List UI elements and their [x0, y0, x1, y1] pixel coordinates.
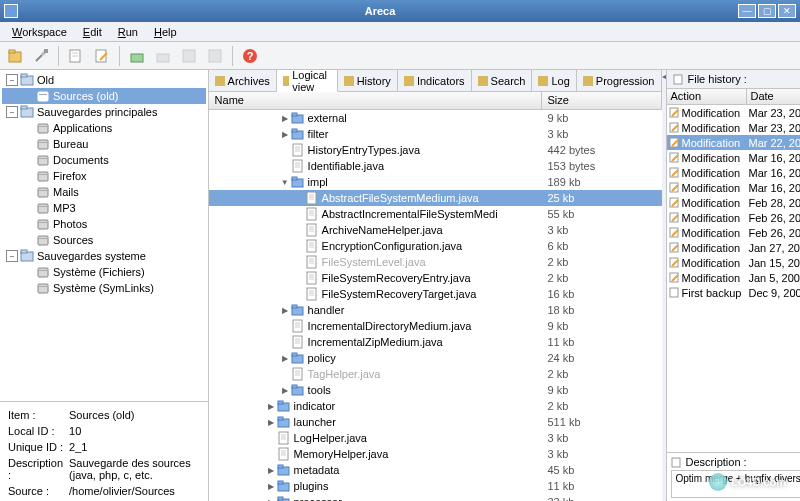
simulate-icon[interactable] [126, 45, 148, 67]
minimize-button[interactable]: — [738, 4, 756, 18]
backup-icon[interactable] [152, 45, 174, 67]
history-row[interactable]: First backupDec 9, 2007 12:21 PM [667, 285, 801, 300]
close-button[interactable]: ✕ [778, 4, 796, 18]
history-row[interactable]: ModificationMar 23, 2008 1:20 PM [667, 120, 801, 135]
file-row[interactable]: ▶filter3 kb [209, 126, 662, 142]
edit-target-icon[interactable] [91, 45, 113, 67]
tab-history[interactable]: History [338, 70, 398, 91]
tree-node[interactable]: Mails [2, 184, 206, 200]
file-row[interactable]: ▶tools9 kb [209, 382, 662, 398]
file-row[interactable]: ▶plugins11 kb [209, 478, 662, 494]
svg-rect-29 [39, 174, 47, 175]
menu-run[interactable]: Run [110, 23, 146, 41]
col-date[interactable]: Date [747, 89, 801, 104]
file-row[interactable]: ▼impl189 kb [209, 174, 662, 190]
file-name: FileSystemLevel.java [322, 256, 426, 268]
history-row[interactable]: ModificationJan 5, 2008 1:24 AM [667, 270, 801, 285]
file-row[interactable]: ▶indicator2 kb [209, 398, 662, 414]
tab-logical-view[interactable]: Logical view [277, 70, 338, 92]
history-row[interactable]: ModificationMar 16, 2008 8:49 PM [667, 165, 801, 180]
history-row[interactable]: ModificationMar 22, 2008 12:48 AM [667, 135, 801, 150]
file-row[interactable]: LogHelper.java3 kb [209, 430, 662, 446]
history-row[interactable]: ModificationJan 27, 2008 8:23 PM [667, 240, 801, 255]
expand-icon[interactable]: ▶ [279, 306, 291, 315]
file-row[interactable]: ▶launcher511 kb [209, 414, 662, 430]
expand-icon[interactable]: ▶ [279, 354, 291, 363]
tree-node[interactable]: Système (SymLinks) [2, 280, 206, 296]
preferences-icon[interactable] [30, 45, 52, 67]
tree-node[interactable]: Firefox [2, 168, 206, 184]
history-row[interactable]: ModificationMar 23, 2008 9:40 PM [667, 105, 801, 120]
file-row[interactable]: FileSystemRecoveryEntry.java2 kb [209, 270, 662, 286]
col-size[interactable]: Size [542, 92, 662, 109]
tree-node[interactable]: Bureau [2, 136, 206, 152]
tree-node[interactable]: Système (Fichiers) [2, 264, 206, 280]
file-row[interactable]: HistoryEntryTypes.java442 bytes [209, 142, 662, 158]
new-target-icon[interactable] [65, 45, 87, 67]
file-row[interactable]: AbstractFileSystemMedium.java25 kb [209, 190, 662, 206]
menu-workspace[interactable]: Workspace [4, 23, 75, 41]
tab-indicators[interactable]: Indicators [398, 70, 472, 91]
history-row[interactable]: ModificationJan 15, 2008 8:40 PM [667, 255, 801, 270]
file-row[interactable]: ▶handler18 kb [209, 302, 662, 318]
history-action: Modification [682, 167, 741, 179]
tree-node[interactable]: Photos [2, 216, 206, 232]
tree-node[interactable]: −Sauvegardes systeme [2, 248, 206, 264]
expand-icon[interactable]: ▶ [265, 482, 277, 491]
file-row[interactable]: AbstractIncrementalFileSystemMedi55 kb [209, 206, 662, 222]
tree-node[interactable]: MP3 [2, 200, 206, 216]
file-row[interactable]: IncrementalDirectoryMedium.java9 kb [209, 318, 662, 334]
tab-progression[interactable]: Progression [577, 70, 662, 91]
file-row[interactable]: MemoryHelper.java3 kb [209, 446, 662, 462]
tab-search[interactable]: Search [472, 70, 533, 91]
file-row[interactable]: TagHelper.java2 kb [209, 366, 662, 382]
expand-icon[interactable]: − [6, 74, 18, 86]
tab-log[interactable]: Log [532, 70, 576, 91]
file-row[interactable]: ▶metadata45 kb [209, 462, 662, 478]
col-action[interactable]: Action [667, 89, 747, 104]
expand-icon[interactable]: ▶ [265, 402, 277, 411]
tree-node[interactable]: −Old [2, 72, 206, 88]
expand-icon[interactable]: − [6, 106, 18, 118]
merge-icon[interactable] [178, 45, 200, 67]
expand-icon[interactable]: − [6, 250, 18, 262]
history-row[interactable]: ModificationMar 16, 2008 6:46 PM [667, 180, 801, 195]
expand-icon[interactable]: ▶ [279, 386, 291, 395]
file-row[interactable]: ArchiveNameHelper.java3 kb [209, 222, 662, 238]
history-row[interactable]: ModificationMar 16, 2008 9:25 PM [667, 150, 801, 165]
tab-archives[interactable]: Archives [209, 70, 277, 91]
col-name[interactable]: Name [209, 92, 542, 109]
expand-icon[interactable]: ▶ [265, 498, 277, 502]
file-row[interactable]: Identifiable.java153 bytes [209, 158, 662, 174]
tree-node[interactable]: Applications [2, 120, 206, 136]
history-row[interactable]: ModificationFeb 26, 2008 8:16 PM [667, 225, 801, 240]
tree-node[interactable]: Sources [2, 232, 206, 248]
tree-node[interactable]: Sources (old) [2, 88, 206, 104]
history-list[interactable]: ModificationMar 23, 2008 9:40 PMModifica… [667, 105, 801, 452]
history-row[interactable]: ModificationFeb 26, 2008 10:25 PM [667, 210, 801, 225]
file-row[interactable]: IncrementalZipMedium.java11 kb [209, 334, 662, 350]
expand-icon[interactable]: ▶ [279, 114, 291, 123]
expand-icon[interactable]: ▶ [279, 130, 291, 139]
open-workspace-icon[interactable] [4, 45, 26, 67]
history-row[interactable]: ModificationFeb 28, 2008 12:10 AM [667, 195, 801, 210]
menu-edit[interactable]: Edit [75, 23, 110, 41]
file-row[interactable]: ▶external9 kb [209, 110, 662, 126]
expand-icon[interactable]: ▶ [265, 418, 277, 427]
file-list[interactable]: ▶external9 kb▶filter3 kbHistoryEntryType… [209, 110, 662, 501]
targets-tree[interactable]: −OldSources (old)−Sauvegardes principale… [0, 70, 208, 401]
help-icon[interactable]: ? [239, 45, 261, 67]
menu-help[interactable]: Help [146, 23, 185, 41]
collapse-icon[interactable]: ▼ [279, 178, 291, 187]
modification-icon [669, 242, 680, 253]
file-row[interactable]: EncryptionConfiguration.java6 kb [209, 238, 662, 254]
file-row[interactable]: FileSystemLevel.java2 kb [209, 254, 662, 270]
tree-node[interactable]: −Sauvegardes principales [2, 104, 206, 120]
file-row[interactable]: FileSystemRecoveryTarget.java16 kb [209, 286, 662, 302]
expand-icon[interactable]: ▶ [265, 466, 277, 475]
maximize-button[interactable]: ▢ [758, 4, 776, 18]
recover-icon[interactable] [204, 45, 226, 67]
file-row[interactable]: ▶policy24 kb [209, 350, 662, 366]
tree-node[interactable]: Documents [2, 152, 206, 168]
file-row[interactable]: ▶processor33 kb [209, 494, 662, 501]
